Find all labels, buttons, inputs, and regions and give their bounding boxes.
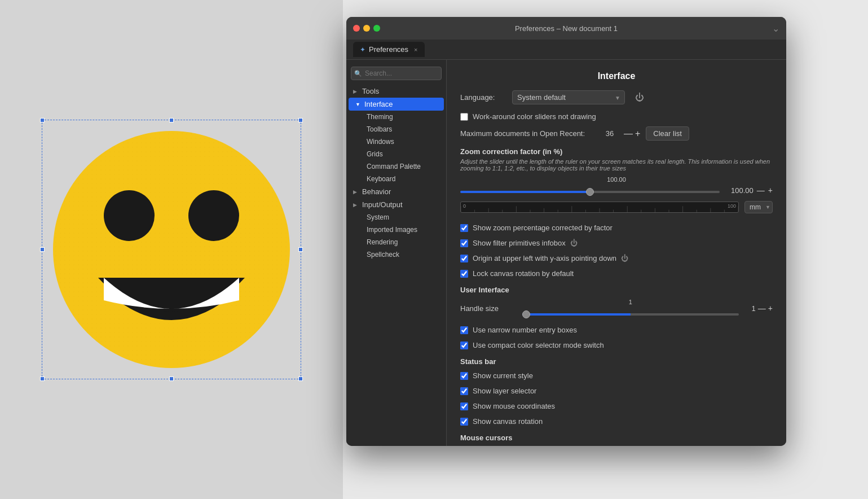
lock-canvas-label: Lock canvas rotation by default	[473, 269, 574, 278]
max-docs-value: 36	[601, 129, 618, 138]
sidebar-item-tools[interactable]: ▶ Tools	[346, 85, 446, 98]
sidebar-item-keyboard-label: Keyboard	[367, 175, 395, 183]
zoom-desc: Adjust the slider until the length of th…	[460, 158, 773, 172]
sidebar-item-theming-label: Theming	[367, 113, 393, 121]
sidebar-item-behavior[interactable]: ▶ Behavior	[346, 185, 446, 198]
lock-canvas-checkbox[interactable]	[460, 270, 468, 278]
origin-upper-left-checkbox[interactable]	[460, 255, 468, 262]
sidebar-item-windows[interactable]: Windows	[358, 135, 446, 148]
search-box: 🔍	[351, 67, 442, 80]
show-layer-selector-label: Show layer selector	[473, 387, 536, 395]
origin-upper-left-row: Origin at upper left with y-axis pointin…	[460, 253, 773, 264]
zoom-slider[interactable]	[460, 191, 720, 193]
close-button[interactable]	[353, 25, 360, 32]
handle-size-slider[interactable]	[522, 313, 739, 316]
sidebar-item-spellcheck[interactable]: Spellcheck	[358, 248, 446, 261]
zoom-slider-container	[460, 185, 720, 195]
show-layer-selector-checkbox[interactable]	[460, 387, 468, 395]
tab-bar: ✦ Preferences ×	[346, 40, 786, 60]
handle-size-label: Handle size	[460, 304, 517, 313]
section-title: Interface	[460, 71, 773, 81]
language-dropdown[interactable]: System default	[512, 90, 625, 104]
mouse-cursors-section: Mouse cursors	[460, 434, 773, 442]
max-docs-increment-icon[interactable]: +	[635, 129, 640, 139]
show-canvas-rotation-checkbox[interactable]	[460, 418, 468, 426]
zoom-decrement-icon[interactable]: —	[757, 186, 765, 195]
show-mouse-coords-row: Show mouse coordinates	[460, 401, 773, 412]
search-icon: 🔍	[354, 70, 362, 77]
show-zoom-pct-checkbox[interactable]	[460, 224, 468, 232]
sidebar-item-input-output[interactable]: ▶ Input/Output	[346, 198, 446, 211]
sidebar-item-grids[interactable]: Grids	[358, 148, 446, 160]
preferences-tab-label: Preferences	[369, 45, 408, 54]
handle-size-increment-icon[interactable]: +	[768, 304, 773, 313]
sidebar-item-keyboard[interactable]: Keyboard	[358, 173, 446, 185]
sidebar-item-command-palette[interactable]: Command Palette	[358, 160, 446, 173]
clear-list-button[interactable]: Clear list	[646, 126, 689, 141]
use-compact-checkbox[interactable]	[460, 342, 468, 349]
handle-size-slider-container: 1	[522, 299, 739, 318]
sidebar-item-windows-label: Windows	[367, 138, 394, 146]
preferences-window: Preferences – New document 1 ⌄ ✦ Prefere…	[346, 17, 786, 446]
sidebar-item-interface[interactable]: ▼ Interface	[349, 98, 444, 111]
sidebar-item-interface-label: Interface	[364, 100, 393, 108]
zoom-section: Zoom correction factor (in %) Adjust the…	[460, 147, 773, 213]
show-canvas-rotation-row: Show canvas rotation	[460, 416, 773, 427]
preferences-tab[interactable]: ✦ Preferences ×	[353, 42, 425, 57]
sidebar-item-imported-images[interactable]: Imported Images	[358, 224, 446, 236]
preferences-tab-icon: ✦	[360, 46, 365, 54]
handle-size-decrement-icon[interactable]: —	[758, 304, 766, 313]
sidebar-item-system[interactable]: System	[358, 211, 446, 224]
sidebar-item-behavior-label: Behavior	[362, 187, 391, 196]
sidebar-item-command-palette-label: Command Palette	[367, 163, 421, 170]
show-filter-primitives-row: Show filter primitives infobox ⏻	[460, 238, 773, 248]
sidebar-item-rendering[interactable]: Rendering	[358, 236, 446, 248]
zoom-slider-label: 100.00	[460, 176, 773, 183]
sidebar-item-theming[interactable]: Theming	[358, 111, 446, 123]
window-chevron-icon[interactable]: ⌄	[772, 23, 779, 34]
zoom-increment-icon[interactable]: +	[768, 186, 773, 195]
ruler-label-left: 0	[463, 203, 466, 209]
language-label: Language:	[460, 93, 505, 102]
content-area: Interface Language: System default ▼ ⏻ W…	[447, 60, 786, 446]
sidebar-item-toolbars[interactable]: Toolbars	[358, 123, 446, 135]
max-docs-label: Maximum documents in Open Recent:	[460, 129, 596, 138]
sidebar-item-toolbars-label: Toolbars	[367, 125, 392, 133]
ruler-label-right: 100	[728, 203, 736, 209]
ruler-row: 0 100	[460, 201, 773, 213]
maximize-button[interactable]	[373, 25, 380, 32]
origin-info-icon[interactable]: ⏻	[621, 254, 628, 262]
minimize-button[interactable]	[363, 25, 370, 32]
svg-point-3	[104, 190, 155, 241]
language-dropdown-wrapper: System default ▼	[512, 90, 625, 104]
show-filter-primitives-checkbox[interactable]	[460, 239, 468, 247]
sidebar-item-rendering-label: Rendering	[367, 238, 398, 246]
search-input[interactable]	[351, 67, 442, 80]
unit-dropdown[interactable]: mm in px	[744, 201, 773, 213]
show-current-style-checkbox[interactable]	[460, 372, 468, 380]
show-mouse-coords-label: Show mouse coordinates	[473, 402, 555, 410]
show-current-style-label: Show current style	[473, 371, 533, 380]
show-filter-primitives-info-icon[interactable]: ⏻	[570, 239, 578, 247]
workaround-checkbox[interactable]	[460, 113, 468, 121]
language-reset-button[interactable]: ⏻	[632, 91, 647, 104]
sidebar: 🔍 ▶ Tools ▼ Interface Theming Toolbars	[346, 60, 447, 446]
show-mouse-coords-checkbox[interactable]	[460, 402, 468, 410]
use-narrow-checkbox[interactable]	[460, 326, 468, 334]
language-row: Language: System default ▼ ⏻	[460, 90, 773, 104]
interface-arrow-icon: ▼	[355, 102, 362, 107]
zoom-value: 100.00	[725, 186, 754, 195]
io-arrow-icon: ▶	[353, 202, 360, 208]
canvas-area	[0, 0, 343, 499]
tab-close-button[interactable]: ×	[414, 46, 417, 53]
use-compact-label: Use compact color selector mode switch	[473, 341, 604, 349]
show-zoom-pct-label: Show zoom percentage corrected by factor	[473, 224, 613, 232]
sidebar-item-system-label: System	[367, 213, 389, 221]
use-narrow-row: Use narrow number entry boxes	[460, 325, 773, 335]
window-title: Preferences – New document 1	[515, 24, 618, 33]
max-docs-decrement-icon[interactable]: —	[624, 129, 633, 139]
show-canvas-rotation-label: Show canvas rotation	[473, 417, 543, 426]
behavior-arrow-icon: ▶	[353, 189, 360, 195]
show-filter-primitives-label: Show filter primitives infobox	[473, 239, 566, 247]
sidebar-item-io-label: Input/Output	[362, 200, 403, 209]
